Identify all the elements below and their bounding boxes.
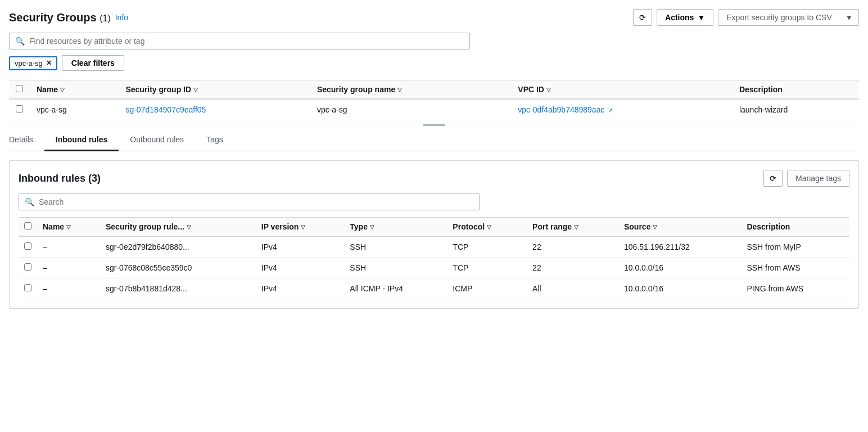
inbound-type-sort-icon[interactable]: ▽ xyxy=(370,224,374,230)
inbound-select-all-checkbox[interactable] xyxy=(24,222,31,230)
inbound-row-portrange: 22 xyxy=(527,258,618,278)
inbound-select-all-header xyxy=(19,218,37,237)
inbound-row-type: SSH xyxy=(344,236,447,258)
inbound-col-sgrule: Security group rule... ▽ xyxy=(100,218,256,237)
actions-dropdown-icon: ▼ xyxy=(697,13,705,22)
row-checkbox[interactable] xyxy=(16,105,23,112)
sgid-sort-icon[interactable]: ▽ xyxy=(193,87,198,93)
inbound-row-portrange: 22 xyxy=(527,236,618,258)
inbound-row-checkbox[interactable] xyxy=(24,263,31,271)
tab-details[interactable]: Details xyxy=(9,129,44,151)
inbound-col-type: Type ▽ xyxy=(344,218,447,237)
inbound-row-description: SSH from MyIP xyxy=(741,236,849,258)
inbound-sgrule-sort-icon[interactable]: ▽ xyxy=(187,224,191,230)
inbound-row-type: SSH xyxy=(344,258,447,278)
inbound-row-ipversion: IPv4 xyxy=(256,258,345,278)
inbound-protocol-sort-icon[interactable]: ▽ xyxy=(487,224,491,230)
inbound-row-description: SSH from AWS xyxy=(741,258,849,278)
security-groups-table: Name ▽ Security group ID ▽ Security grou… xyxy=(9,80,859,120)
select-all-header xyxy=(9,80,30,100)
inbound-portrange-sort-icon[interactable]: ▽ xyxy=(574,224,578,230)
export-button[interactable]: Export security groups to CSV xyxy=(718,10,840,25)
manage-tags-button[interactable]: Manage tags xyxy=(787,170,849,187)
actions-button[interactable]: Actions ▼ xyxy=(657,9,713,26)
inbound-row-portrange: All xyxy=(527,278,618,299)
inbound-row-checkbox-cell xyxy=(19,258,37,278)
inbound-row-source: 10.0.0.0/16 xyxy=(618,278,741,299)
sgid-link[interactable]: sg-07d184907c9eaff05 xyxy=(125,105,206,114)
inbound-row-checkbox[interactable] xyxy=(24,284,31,291)
search-section: 🔍 xyxy=(9,33,859,50)
inbound-row-protocol: TCP xyxy=(447,236,527,258)
table-row: vpc-a-sg sg-07d184907c9eaff05 vpc-a-sg v… xyxy=(9,99,859,120)
inbound-row-protocol: TCP xyxy=(447,258,527,278)
inbound-refresh-button[interactable]: ⟳ xyxy=(763,170,783,187)
header-actions: ⟳ Actions ▼ Export security groups to CS… xyxy=(633,9,859,26)
col-header-sgname: Security group name ▽ xyxy=(310,80,511,100)
inbound-col-name: Name ▽ xyxy=(37,218,100,237)
clear-filters-button[interactable]: Clear filters xyxy=(62,55,124,71)
tab-inbound[interactable]: Inbound rules xyxy=(44,129,119,151)
inbound-rules-section: Inbound rules (3) ⟳ Manage tags 🔍 xyxy=(9,160,859,309)
export-button-group: Export security groups to CSV ▼ xyxy=(718,9,859,26)
inbound-row-ipversion: IPv4 xyxy=(256,236,345,258)
vpcid-sort-icon[interactable]: ▽ xyxy=(546,87,551,93)
inbound-row-checkbox-cell xyxy=(19,278,37,299)
row-name: vpc-a-sg xyxy=(30,99,119,120)
col-header-sgid: Security group ID ▽ xyxy=(119,80,310,100)
row-checkbox-cell xyxy=(9,99,30,120)
filter-area: vpc-a-sg ✕ Clear filters xyxy=(9,55,859,71)
refresh-button[interactable]: ⟳ xyxy=(633,9,652,26)
external-link-icon: ↗ xyxy=(608,107,613,114)
inbound-rules-table: Name ▽ Security group rule... ▽ IP versi… xyxy=(19,217,849,299)
inbound-row-name: – xyxy=(37,278,100,299)
inbound-row-description: PING from AWS xyxy=(741,278,849,299)
vpcid-link[interactable]: vpc-0df4ab9b748989aac ↗ xyxy=(518,105,613,114)
select-all-checkbox[interactable] xyxy=(16,85,23,92)
inbound-row-sgrule: sgr-0e2d79f2b640880... xyxy=(100,236,256,258)
inbound-col-portrange: Port range ▽ xyxy=(527,218,618,237)
col-header-vpcid: VPC ID ▽ xyxy=(511,80,733,100)
inbound-row-checkbox[interactable] xyxy=(24,242,31,250)
row-sgname: vpc-a-sg xyxy=(310,99,511,120)
inbound-search-icon: 🔍 xyxy=(25,197,34,206)
filter-chip-value: vpc-a-sg xyxy=(15,59,43,68)
row-sgid: sg-07d184907c9eaff05 xyxy=(119,99,310,120)
search-box: 🔍 xyxy=(9,33,470,50)
resize-handle[interactable] xyxy=(9,120,859,129)
inbound-search-input[interactable] xyxy=(39,197,473,206)
search-input[interactable] xyxy=(29,37,464,46)
inbound-col-protocol: Protocol ▽ xyxy=(447,218,527,237)
inbound-row-name: – xyxy=(37,258,100,278)
info-link[interactable]: Info xyxy=(115,13,128,22)
inbound-row-protocol: ICMP xyxy=(447,278,527,299)
search-icon: 🔍 xyxy=(15,37,25,46)
inbound-col-ipversion: IP version ▽ xyxy=(256,218,345,237)
row-vpcid: vpc-0df4ab9b748989aac ↗ xyxy=(511,99,733,120)
inbound-row-type: All ICMP - IPv4 xyxy=(344,278,447,299)
page-title: Security Groups (1) xyxy=(9,11,111,24)
inbound-col-description: Description xyxy=(741,218,849,237)
inbound-row-ipversion: IPv4 xyxy=(256,278,345,299)
inbound-table-row: – sgr-0e2d79f2b640880... IPv4 SSH TCP 22… xyxy=(19,236,849,258)
inbound-source-sort-icon[interactable]: ▽ xyxy=(653,224,657,230)
inbound-row-name: – xyxy=(37,236,100,258)
inbound-row-source: 10.0.0.0/16 xyxy=(618,258,741,278)
export-dropdown-button[interactable]: ▼ xyxy=(840,10,858,25)
sgname-sort-icon[interactable]: ▽ xyxy=(397,87,402,93)
inbound-row-checkbox-cell xyxy=(19,236,37,258)
inbound-title: Inbound rules (3) xyxy=(19,173,101,184)
name-sort-icon[interactable]: ▽ xyxy=(60,87,65,93)
col-header-name: Name ▽ xyxy=(30,80,119,100)
filter-chip: vpc-a-sg ✕ xyxy=(9,56,57,70)
filter-chip-remove[interactable]: ✕ xyxy=(46,59,52,67)
inbound-table-row: – sgr-07b8b41881d428... IPv4 All ICMP - … xyxy=(19,278,849,299)
inbound-ipversion-sort-icon[interactable]: ▽ xyxy=(301,224,305,230)
col-header-description: Description xyxy=(733,80,859,100)
inbound-search-box: 🔍 xyxy=(19,194,480,210)
tab-tags[interactable]: Tags xyxy=(195,129,234,151)
inbound-row-sgrule: sgr-0768c08c55ce359c0 xyxy=(100,258,256,278)
inbound-name-sort-icon[interactable]: ▽ xyxy=(66,224,71,230)
inbound-header: Inbound rules (3) ⟳ Manage tags xyxy=(19,170,849,187)
tab-outbound[interactable]: Outbound rules xyxy=(119,129,195,151)
